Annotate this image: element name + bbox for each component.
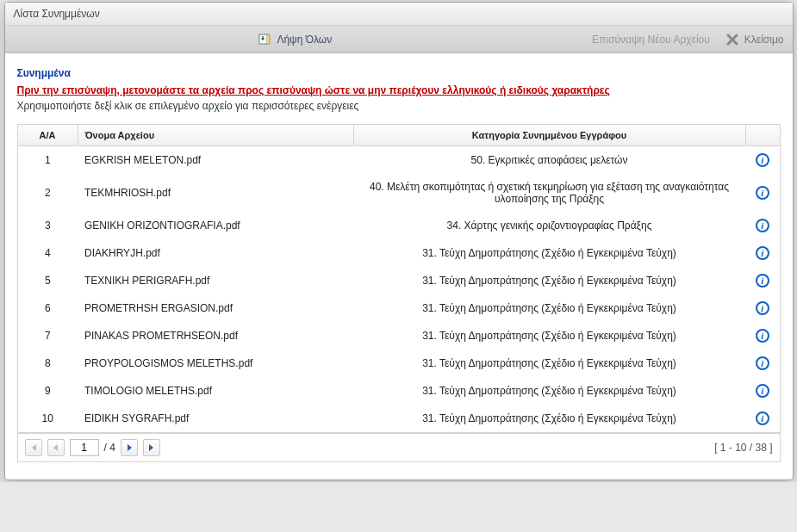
table-row[interactable]: 3GENIKH ORIZONTIOGRAFIA.pdf34. Χάρτης γε… — [17, 212, 780, 239]
pager-first-button[interactable] — [25, 439, 42, 456]
table-row[interactable]: 4DIAKHRYJH.pdf31. Τεύχη Δημοπράτησης (Σχ… — [17, 239, 780, 267]
download-all-label: Λήψη Όλων — [277, 34, 332, 46]
attach-new-label: Επισύναψη Νέου Αρχείου — [592, 34, 710, 46]
cell-category: 31. Τεύχη Δημοπράτησης (Σχέδιο ή Εγκεκρι… — [353, 294, 745, 322]
cell-info: i — [745, 405, 780, 433]
pager-next-button[interactable] — [121, 439, 138, 456]
info-icon[interactable]: i — [756, 274, 769, 288]
cell-aa: 4 — [17, 239, 78, 267]
table-pager: / 4 [ 1 - 10 / 38 ] — [17, 433, 781, 462]
cell-filename: EIDIKH SYGRAFH.pdf — [78, 405, 353, 433]
table-row[interactable]: 2TEKMHRIOSH.pdf40. Μελέτη σκοπιμότητας ή… — [17, 174, 780, 212]
cell-filename: EGKRISH MELETON.pdf — [78, 146, 353, 175]
cell-info: i — [745, 239, 780, 267]
cell-category: 31. Τεύχη Δημοπράτησης (Σχέδιο ή Εγκεκρι… — [353, 239, 745, 267]
table-row[interactable]: 10EIDIKH SYGRAFH.pdf31. Τεύχη Δημοπράτησ… — [17, 405, 780, 433]
cell-filename: TEKMHRIOSH.pdf — [78, 174, 353, 212]
cell-info: i — [745, 377, 780, 405]
cell-info: i — [745, 146, 780, 175]
cell-filename: GENIKH ORIZONTIOGRAFIA.pdf — [78, 212, 353, 239]
col-header-filename[interactable]: Όνομα Αρχείου — [78, 125, 353, 146]
info-icon[interactable]: i — [756, 411, 769, 425]
rename-warning: Πριν την επισύναψη, μετονομάστε τα αρχεί… — [17, 84, 781, 96]
dialog-content: Συνημμένα Πριν την επισύναψη, μετονομάστ… — [5, 53, 793, 479]
table-row[interactable]: 5TEXNIKH PERIGRAFH.pdf31. Τεύχη Δημοπράτ… — [17, 267, 780, 294]
dialog-titlebar: Λίστα Συνημμένων — [5, 3, 793, 26]
download-all-button[interactable]: Λήψη Όλων — [258, 33, 332, 46]
attach-new-button: Επισύναψη Νέου Αρχείου — [592, 34, 710, 46]
section-title: Συνημμένα — [17, 67, 781, 79]
close-icon — [725, 33, 739, 46]
cell-aa: 6 — [17, 294, 78, 322]
cell-aa: 3 — [17, 212, 78, 239]
cell-filename: DIAKHRYJH.pdf — [78, 239, 353, 267]
pager-page-input[interactable] — [70, 439, 99, 456]
cell-info: i — [745, 174, 780, 212]
pager-range: [ 1 - 10 / 38 ] — [714, 442, 772, 454]
cell-info: i — [745, 294, 780, 322]
dialog-title: Λίστα Συνημμένων — [14, 8, 100, 20]
cell-filename: PINAKAS PROMETRHSEON.pdf — [78, 322, 353, 350]
cell-aa: 5 — [17, 267, 78, 294]
table-row[interactable]: 8PROYPOLOGISMOS MELETHS.pdf31. Τεύχη Δημ… — [17, 350, 780, 377]
col-header-category[interactable]: Κατηγορία Συνημμένου Εγγράφου — [353, 125, 745, 146]
info-icon[interactable]: i — [756, 153, 769, 167]
cell-category: 31. Τεύχη Δημοπράτησης (Σχέδιο ή Εγκεκρι… — [353, 267, 745, 294]
cell-filename: TIMOLOGIO MELETHS.pdf — [78, 377, 353, 405]
next-icon — [126, 444, 133, 451]
cell-info: i — [745, 322, 780, 350]
cell-category: 31. Τεύχη Δημοπράτησης (Σχέδιο ή Εγκεκρι… — [353, 377, 745, 405]
table-row[interactable]: 1EGKRISH MELETON.pdf50. Εγκριτικές αποφά… — [17, 146, 780, 175]
cell-filename: PROYPOLOGISMOS MELETHS.pdf — [78, 350, 353, 377]
cell-aa: 1 — [17, 146, 78, 175]
table-header-row: A/A Όνομα Αρχείου Κατηγορία Συνημμένου Ε… — [17, 125, 780, 146]
cell-filename: TEXNIKH PERIGRAFH.pdf — [78, 267, 353, 294]
rightclick-hint: Χρησιμοποιήστε δεξί κλικ σε επιλεγμένο α… — [17, 100, 781, 112]
info-icon[interactable]: i — [756, 356, 769, 370]
cell-category: 40. Μελέτη σκοπιμότητας ή σχετική τεκμηρ… — [353, 174, 745, 212]
cell-category: 50. Εγκριτικές αποφάσεις μελετών — [353, 146, 745, 175]
attachments-dialog: Λίστα Συνημμένων Λήψη Όλων Επισύναψη Νέο… — [4, 2, 794, 480]
col-header-info — [745, 125, 780, 146]
table-row[interactable]: 6PROMETRHSH ERGASION.pdf31. Τεύχη Δημοπρ… — [17, 294, 780, 322]
cell-aa: 7 — [17, 322, 78, 350]
pager-total-pages: / 4 — [104, 442, 115, 454]
info-icon[interactable]: i — [756, 246, 769, 260]
close-label: Κλείσιμο — [744, 34, 784, 46]
cell-category: 31. Τεύχη Δημοπράτησης (Σχέδιο ή Εγκεκρι… — [353, 350, 745, 377]
info-icon[interactable]: i — [756, 186, 769, 200]
cell-info: i — [745, 350, 780, 377]
cell-aa: 2 — [17, 174, 78, 212]
last-icon — [148, 444, 155, 451]
cell-category: 31. Τεύχη Δημοπράτησης (Σχέδιο ή Εγκεκρι… — [353, 405, 745, 433]
attachments-table: A/A Όνομα Αρχείου Κατηγορία Συνημμένου Ε… — [17, 124, 781, 433]
table-row[interactable]: 9TIMOLOGIO MELETHS.pdf31. Τεύχη Δημοπράτ… — [17, 377, 780, 405]
info-icon[interactable]: i — [756, 329, 769, 343]
cell-info: i — [745, 267, 780, 294]
cell-filename: PROMETRHSH ERGASION.pdf — [78, 294, 353, 322]
cell-info: i — [745, 212, 780, 239]
cell-category: 34. Χάρτης γενικής οριζοντιογραφίας Πράξ… — [353, 212, 745, 239]
cell-aa: 9 — [17, 377, 78, 405]
table-row[interactable]: 7PINAKAS PROMETRHSEON.pdf31. Τεύχη Δημοπ… — [17, 322, 780, 350]
col-header-aa[interactable]: A/A — [17, 125, 78, 146]
pager-last-button[interactable] — [143, 439, 160, 456]
cell-category: 31. Τεύχη Δημοπράτησης (Σχέδιο ή Εγκεκρι… — [353, 322, 745, 350]
cell-aa: 8 — [17, 350, 78, 377]
pager-prev-button[interactable] — [47, 439, 65, 456]
dialog-toolbar: Λήψη Όλων Επισύναψη Νέου Αρχείου Κλείσιμ… — [5, 26, 793, 53]
info-icon[interactable]: i — [756, 219, 769, 232]
cell-aa: 10 — [17, 405, 78, 433]
first-icon — [30, 444, 37, 451]
prev-icon — [53, 444, 59, 451]
info-icon[interactable]: i — [756, 301, 769, 315]
close-button[interactable]: Κλείσιμο — [725, 33, 784, 46]
info-icon[interactable]: i — [756, 384, 769, 398]
download-icon — [258, 33, 271, 46]
